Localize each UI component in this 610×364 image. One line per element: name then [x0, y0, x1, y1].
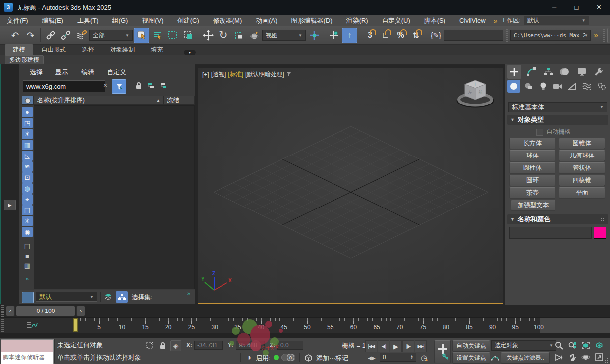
ribbon-tab-populate[interactable]: 填充 [143, 44, 171, 55]
maximize-viewport-icon[interactable] [594, 352, 604, 362]
listener-macro-row[interactable] [1, 340, 53, 352]
viewport-shading-menu[interactable]: [默认明暗处理] [245, 70, 284, 79]
active-layer-swatch[interactable] [22, 292, 34, 303]
detail-view-icon[interactable]: ▥ [22, 260, 33, 270]
time-slider-grip[interactable] [1, 305, 4, 317]
auto-key-toggle[interactable]: 自动关键点 [452, 340, 490, 352]
time-slider-frame-display[interactable]: 0 / 100 [16, 306, 75, 316]
clear-search-icon[interactable]: × [103, 81, 107, 89]
display-containers-icon[interactable]: ▤ [22, 205, 33, 215]
menu-file[interactable]: 文件(F) [0, 15, 35, 26]
create-cylinder-button[interactable]: 圆柱体 [509, 162, 555, 174]
rollout-object-type[interactable]: ▼ 对象类型 [507, 115, 608, 125]
select-and-manipulate-button[interactable] [327, 28, 341, 43]
menu-create[interactable]: 创建(C) [170, 15, 206, 26]
category-lights[interactable] [537, 80, 550, 93]
rollout-grip-icon[interactable] [600, 218, 605, 221]
window-resize-grip[interactable] [604, 358, 609, 363]
z-coordinate-field[interactable]: 0.0 [277, 341, 303, 350]
collapse-tree-icon[interactable] [160, 80, 169, 90]
workspace-dropdown[interactable]: 默认 ▼ [524, 16, 589, 25]
more-icons-chevrons[interactable]: » [22, 274, 33, 284]
category-spacewarps[interactable] [580, 80, 593, 93]
goto-start-button[interactable]: |◀◀ [365, 340, 377, 352]
tab-display[interactable] [575, 65, 589, 79]
create-geosphere-button[interactable]: 几何球体 [559, 150, 605, 161]
previous-key-button[interactable]: ◀|| [378, 340, 389, 352]
reference-coordinate-dropdown[interactable]: 视图▼ [262, 30, 306, 41]
autosave-button[interactable] [607, 28, 610, 43]
sort-by-hierarchy-button[interactable] [116, 291, 128, 303]
key-filters-curve-icon[interactable] [490, 352, 500, 362]
spinner-down-icon[interactable]: ▼ [410, 357, 413, 360]
ribbon-tab-selection[interactable]: 选择 [74, 44, 102, 55]
adaptive-degradation-shield-icon[interactable]: ◑ [244, 353, 254, 363]
current-frame-marker[interactable] [73, 318, 78, 332]
time-configuration-button[interactable]: ◷● [419, 353, 429, 363]
ribbon-tab-modeling[interactable]: 建模 [5, 44, 33, 55]
category-cameras[interactable] [551, 80, 564, 93]
create-sphere-button[interactable]: 球体 [509, 150, 555, 161]
footer-chevrons-icon[interactable]: » [187, 290, 190, 296]
set-keys-button[interactable] [434, 340, 451, 363]
absolute-offset-mode-toggle[interactable]: ◈ [170, 340, 181, 351]
select-and-place-button[interactable] [247, 28, 261, 43]
maxscript-mini-listener[interactable]: 脚本迷你侦听器 [1, 339, 54, 364]
snaps-toggle[interactable]: 3 [363, 28, 377, 43]
ribbon-tab-object-paint[interactable]: 对象绘制 [102, 44, 143, 55]
key-mode-toggle[interactable]: ◀▶ [367, 353, 377, 363]
ribbon-tab-freeform[interactable]: 自由形式 [33, 44, 74, 55]
close-button[interactable]: × [588, 0, 610, 15]
open-mini-curve-editor-button[interactable] [26, 319, 39, 331]
display-geometry-icon[interactable]: ● [22, 107, 33, 117]
display-helpers-icon[interactable]: ◺ [22, 151, 33, 161]
viewport-layout-tab-button[interactable]: ▶ [4, 200, 16, 210]
viewport-pov-menu[interactable]: [透视] [211, 70, 226, 79]
project-folder-dropdown[interactable]: C:\Users\ww···ds Max 2025▼ [510, 30, 591, 41]
undo-button[interactable]: ↶ [8, 28, 22, 43]
explorer-menu-display[interactable]: 显示 [55, 68, 68, 77]
category-systems[interactable] [595, 80, 608, 93]
tab-hierarchy[interactable] [541, 65, 555, 79]
tab-motion[interactable] [558, 65, 572, 79]
display-groups-icon[interactable]: ⊡ [22, 172, 33, 183]
select-and-move-button[interactable] [201, 28, 215, 43]
unlink-selection-icon[interactable] [58, 28, 73, 43]
autogrid-checkbox[interactable] [536, 129, 543, 136]
menu-scripting[interactable]: 脚本(S) [417, 15, 452, 26]
pan-icon[interactable] [567, 352, 577, 362]
perspective-viewport[interactable]: [+] [透视] [标准] [默认明暗处理] 上 左 前 Z X Y [198, 68, 503, 304]
isolate-selection-toggle[interactable] [145, 340, 155, 350]
select-and-scale-button[interactable] [231, 28, 246, 43]
menu-edit[interactable]: 编辑(E) [35, 15, 70, 26]
current-frame-field[interactable]: 0 ▲ ▼ [380, 353, 416, 362]
category-helpers[interactable] [566, 80, 579, 93]
zoom-extents-all-icon[interactable] [594, 340, 604, 350]
menu-customize[interactable]: 自定义(U) [375, 15, 417, 26]
category-shapes[interactable] [522, 80, 535, 93]
minimize-button[interactable]: ─ [543, 0, 565, 15]
create-cone-button[interactable]: 圆锥体 [559, 138, 605, 149]
track-bar-ruler[interactable]: 0 5 10 15 20 25 30 35 40 45 50 55 60 65 … [76, 318, 539, 333]
goto-end-button[interactable]: ▶▶| [415, 340, 427, 352]
redo-button[interactable]: ↷ [23, 28, 38, 43]
tab-utilities[interactable] [592, 65, 606, 79]
tab-modify[interactable] [524, 65, 538, 79]
menu-civilview[interactable]: CivilView [452, 15, 493, 26]
rectangular-selection-region-button[interactable] [166, 28, 180, 43]
add-time-tag[interactable]: 添加⋯标记 [316, 354, 348, 363]
named-selection-set-field[interactable] [444, 30, 503, 41]
window-crossing-toggle[interactable] [181, 28, 195, 43]
set-key-toggle[interactable]: 设置关键点 [452, 352, 490, 364]
display-hidden-icon[interactable]: ◉ [22, 227, 33, 237]
display-spacewarps-icon[interactable]: ≋ [22, 161, 33, 172]
edit-named-selection-sets-button[interactable]: {✎} [429, 28, 443, 43]
x-coordinate-field[interactable]: -34.731 [194, 341, 223, 350]
create-teapot-button[interactable]: 茶壶 [509, 187, 555, 199]
search-input[interactable] [23, 80, 105, 92]
selection-filter-dropdown[interactable]: 全部▼ [89, 30, 133, 41]
use-pivot-point-button[interactable] [307, 28, 321, 43]
next-frame-button[interactable]: › [76, 306, 85, 316]
bind-to-space-warp-icon[interactable] [74, 28, 88, 43]
column-header-name[interactable]: 名称(按升序排序) ▲ [34, 96, 164, 105]
